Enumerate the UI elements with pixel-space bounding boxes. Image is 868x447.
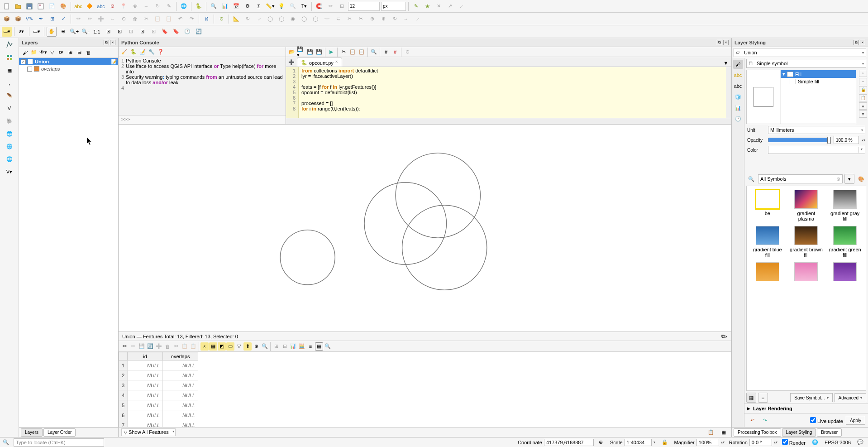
select-tool-icon[interactable]: ▭▾ bbox=[2, 27, 12, 37]
wcs-icon[interactable]: 🌐 bbox=[4, 141, 15, 151]
uncomment-icon[interactable]: # bbox=[391, 48, 399, 56]
redo-style-icon[interactable]: ↷ bbox=[760, 415, 770, 425]
layers-remove-icon[interactable]: 🗑 bbox=[84, 48, 92, 57]
avoid-intersect-icon[interactable]: ❀ bbox=[422, 1, 432, 11]
vector-new-icon[interactable]: V✎ bbox=[24, 14, 34, 24]
raster-layer-icon[interactable] bbox=[4, 53, 15, 62]
advanced-button[interactable]: Advanced bbox=[835, 393, 866, 402]
symbology-tab-icon[interactable]: 🖌 bbox=[733, 60, 743, 69]
snap-unit-select[interactable]: px bbox=[381, 2, 406, 11]
attr-dock-icon[interactable]: 🔍 bbox=[324, 342, 332, 351]
zoom-full-icon[interactable]: 🔍 bbox=[209, 1, 219, 11]
comment-icon[interactable]: # bbox=[382, 48, 390, 56]
symbol-filter-icon[interactable]: ▾ bbox=[844, 174, 854, 184]
opacity-value[interactable]: 100.0 % bbox=[834, 136, 859, 144]
find-icon[interactable]: 🔍 bbox=[370, 48, 378, 56]
python-output[interactable]: 1Python Console2Use iface to access QGIS… bbox=[119, 57, 286, 115]
layers-collapse-icon[interactable]: ⊟ bbox=[75, 48, 83, 57]
symbol-item[interactable]: gradient brown fill bbox=[789, 226, 824, 258]
layer-checkbox[interactable] bbox=[27, 67, 32, 72]
symbol-search-input[interactable]: All Symbols⊗ bbox=[758, 174, 843, 183]
tab-browser[interactable]: Browser bbox=[817, 428, 842, 437]
style-manager-icon[interactable]: 🎨 bbox=[58, 1, 68, 11]
run-command-icon[interactable]: 🐍 bbox=[129, 48, 138, 56]
attr-sel-expr-icon[interactable]: ε bbox=[200, 342, 209, 351]
zoom-layer-icon[interactable]: ⊡ bbox=[114, 27, 124, 37]
select-expr-icon[interactable]: ε▾ bbox=[17, 27, 27, 37]
python-close-icon[interactable]: × bbox=[723, 40, 729, 45]
tabs-menu-icon[interactable]: ▼ bbox=[722, 59, 730, 67]
tab-processing[interactable]: Processing Toolbox bbox=[734, 428, 781, 437]
attr-move-top-icon[interactable]: ⬆ bbox=[243, 342, 252, 351]
crs-value[interactable]: EPSG:3006 bbox=[825, 440, 851, 445]
close-tab-icon[interactable]: × bbox=[335, 59, 340, 64]
attr-form-view-icon[interactable]: 📋 bbox=[706, 428, 716, 437]
paste-script-icon[interactable]: 📋 bbox=[358, 48, 366, 56]
python-prompt[interactable]: >>> bbox=[119, 115, 286, 124]
label-hide-icon[interactable]: ⊘ bbox=[107, 1, 117, 11]
attr-field-calc-icon[interactable]: 🧮 bbox=[298, 342, 306, 351]
label-tool-icon[interactable]: abc bbox=[73, 1, 83, 11]
symbol-node-fill[interactable]: ▾ Fill bbox=[781, 70, 856, 78]
zoom-in-icon[interactable]: 🔍+ bbox=[69, 27, 79, 37]
zoom-full2-icon[interactable]: ⊡ bbox=[103, 27, 113, 37]
layers-style-icon[interactable]: 🖌 bbox=[21, 48, 29, 57]
symbol-style-mgr-icon[interactable]: 🎨 bbox=[856, 174, 866, 184]
messages-icon[interactable]: 💬 bbox=[855, 437, 865, 447]
attr-filter-sel-icon[interactable]: ▽ bbox=[235, 342, 243, 351]
layers-visibility-icon[interactable]: 👁▾ bbox=[39, 48, 47, 57]
attr-invert-sel-icon[interactable]: ◩ bbox=[218, 342, 226, 351]
show-bookmarks-icon[interactable]: 🔖 bbox=[171, 27, 181, 37]
delimited-text-icon[interactable]: , bbox=[4, 78, 15, 88]
color-picker[interactable]: ▾ bbox=[768, 146, 865, 154]
symbol-item[interactable] bbox=[750, 262, 785, 283]
symbol-item[interactable]: gradient green fill bbox=[828, 226, 862, 258]
run-script-icon[interactable]: ▶ bbox=[327, 48, 335, 56]
attr-sel-all-icon[interactable]: ▦ bbox=[209, 342, 217, 351]
styling-layer-select[interactable]: ▱ Union bbox=[734, 48, 866, 57]
styling-undock-icon[interactable]: ⧉ bbox=[854, 40, 859, 45]
gear-icon[interactable]: ⚙ bbox=[243, 1, 253, 11]
attr-filter-dropdown[interactable]: ▽ Show All Features bbox=[121, 428, 176, 436]
save-as-icon[interactable]: 💾 bbox=[315, 48, 323, 56]
vector-layer-icon[interactable] bbox=[4, 40, 15, 50]
symbol-item[interactable] bbox=[789, 262, 824, 283]
attr-organize-icon[interactable]: 📊 bbox=[289, 342, 297, 351]
magnifier-value[interactable]: 100% bbox=[696, 439, 719, 446]
measure-icon[interactable]: 📏▾ bbox=[265, 1, 275, 11]
cut-script-icon[interactable]: ✂ bbox=[339, 48, 348, 56]
tab-styling[interactable]: Layer Styling bbox=[782, 428, 816, 437]
live-update-checkbox[interactable]: Live update bbox=[810, 417, 843, 424]
symbols-gallery[interactable]: begradient plasmagradient gray fillgradi… bbox=[746, 186, 866, 391]
copy-script-icon[interactable]: 📋 bbox=[348, 48, 357, 56]
unit-select[interactable]: Millimeters▾ bbox=[768, 126, 865, 134]
calendar-icon[interactable]: 📅 bbox=[231, 1, 241, 11]
gallery-icon-view-icon[interactable]: ▦ bbox=[746, 393, 756, 403]
tips-icon[interactable]: 💡 bbox=[277, 1, 286, 11]
tab-layers[interactable]: Layers bbox=[21, 428, 43, 437]
save-toolbar-icon[interactable]: 💾▾ bbox=[297, 48, 305, 56]
symbol-item[interactable]: gradient plasma bbox=[789, 190, 824, 221]
attr-undock-icon[interactable]: ⧉ bbox=[721, 333, 725, 339]
symbol-item[interactable]: gradient gray fill bbox=[828, 190, 862, 221]
clear-console-icon[interactable]: 🧹 bbox=[120, 48, 129, 56]
diagram-icon[interactable]: 🔶 bbox=[85, 1, 95, 11]
add-symbol-layer-icon[interactable]: + bbox=[859, 70, 867, 77]
attr-pan-sel-icon[interactable]: ⊕ bbox=[252, 342, 260, 351]
edit-feature-icon[interactable]: ✒ bbox=[36, 14, 46, 24]
deselect-icon[interactable]: ▭▾ bbox=[32, 27, 42, 37]
layout-manager-icon[interactable] bbox=[36, 1, 46, 11]
new-editor-tab-icon[interactable]: ➕ bbox=[288, 58, 295, 66]
python-icon[interactable]: 🐍 bbox=[194, 1, 204, 11]
save-symbol-button[interactable]: Save Symbol... bbox=[790, 393, 832, 402]
wfs-icon[interactable]: 🌐 bbox=[4, 154, 15, 164]
postgis-icon[interactable]: 🐘 bbox=[4, 116, 15, 126]
layer-rendering-header[interactable]: ▶ Layer Rendering bbox=[744, 404, 868, 413]
attr-toggle-edit-icon[interactable]: ✏ bbox=[120, 342, 129, 351]
attribute-table[interactable]: idoverlaps1NULLNULL2NULLNULL3NULLNULL4NU… bbox=[119, 352, 731, 427]
opacity-slider[interactable] bbox=[768, 138, 831, 142]
zoom-last-icon[interactable]: ⊡ bbox=[137, 27, 147, 37]
masks-tab-icon[interactable]: abc bbox=[733, 82, 743, 91]
render-checkbox[interactable]: Render bbox=[782, 439, 806, 446]
modeler-icon[interactable]: ⊙ bbox=[216, 14, 226, 24]
